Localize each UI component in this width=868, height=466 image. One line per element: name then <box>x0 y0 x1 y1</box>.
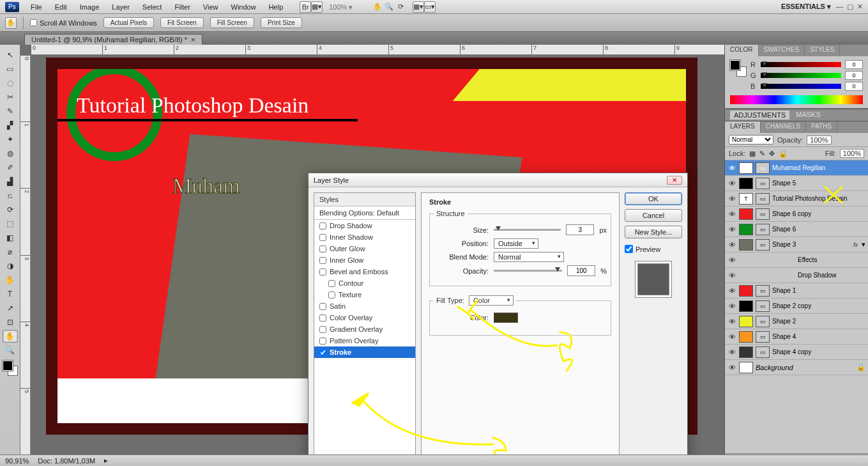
maximize-icon[interactable]: ▢ <box>847 3 853 11</box>
dialog-titlebar[interactable]: Layer Style ✕ <box>308 173 687 187</box>
tool-2[interactable]: ◌ <box>3 77 18 89</box>
style-option-bevel-and-emboss[interactable]: Bevel and Emboss <box>314 266 415 277</box>
status-zoom[interactable]: 90,91% <box>5 457 29 465</box>
tool-5[interactable]: ▞ <box>3 119 18 132</box>
actual-pixels-button[interactable]: Actual Pixels <box>103 17 154 28</box>
tool-19[interactable]: ⊡ <box>3 316 18 329</box>
menu-layer[interactable]: Layer <box>105 0 136 14</box>
arrange-icon[interactable]: ▦▾ <box>413 1 424 13</box>
close-icon[interactable]: ✕ <box>857 3 863 11</box>
tool-10[interactable]: ⎌ <box>3 189 18 202</box>
channels-tab[interactable]: CHANNELS <box>761 121 806 133</box>
style-option-texture[interactable]: Texture <box>314 289 415 300</box>
r-value[interactable]: 0 <box>845 60 863 69</box>
hand-icon[interactable]: ✋ <box>372 1 383 13</box>
menu-image[interactable]: Image <box>73 0 106 14</box>
zoom-icon[interactable]: 🔍 <box>383 1 395 13</box>
color-swatch[interactable] <box>494 313 518 323</box>
b-slider[interactable] <box>761 84 841 89</box>
tool-21[interactable]: 🔍 <box>3 344 18 357</box>
tool-17[interactable]: T <box>3 288 18 300</box>
menu-filter[interactable]: Filter <box>168 0 196 14</box>
lock-move-icon[interactable]: ✥ <box>769 150 775 158</box>
layer-row[interactable]: 👁▭Shape 2 copy <box>725 299 868 314</box>
status-docinfo[interactable]: Doc: 1,80M/1,03M <box>38 457 95 465</box>
menu-window[interactable]: Window <box>225 0 263 14</box>
r-slider[interactable] <box>761 62 841 67</box>
preview-checkbox[interactable]: Preview <box>625 245 682 253</box>
screen-icon[interactable]: ▭▾ <box>424 1 436 13</box>
tool-14[interactable]: ⌀ <box>3 245 18 258</box>
workspace-switcher[interactable]: ESSENTIALS ▾ <box>781 3 831 11</box>
scroll-all-checkbox[interactable]: Scroll All Windows <box>30 19 97 27</box>
tool-16[interactable]: ✋ <box>3 274 18 286</box>
lock-position-icon[interactable]: ✎ <box>759 150 765 158</box>
tool-9[interactable]: ▟ <box>3 175 18 188</box>
tool-6[interactable]: ✦ <box>3 133 18 146</box>
lock-pixels-icon[interactable]: ▦ <box>749 150 756 158</box>
layer-row[interactable]: 👁▭Shape 2 <box>725 314 868 329</box>
layer-row[interactable]: 👁▭Shape 3fx▾ <box>725 237 868 252</box>
layer-row[interactable]: 👁T▭Muhamad Regilian <box>725 160 868 176</box>
style-option-outer-glow[interactable]: Outer Glow <box>314 243 415 254</box>
layer-row[interactable]: 👁▭Shape 5 <box>725 176 868 191</box>
lock-all-icon[interactable]: 🔒 <box>779 150 788 158</box>
color-spectrum[interactable] <box>730 95 863 104</box>
dialog-close-button[interactable]: ✕ <box>667 176 682 185</box>
paths-tab[interactable]: PATHS <box>806 121 837 133</box>
menu-view[interactable]: View <box>197 0 225 14</box>
layer-opacity-value[interactable]: 100% <box>807 136 831 144</box>
opacity-slider[interactable] <box>494 270 562 272</box>
fill-value[interactable]: 100% <box>840 149 864 158</box>
minimize-icon[interactable]: — <box>836 3 843 11</box>
b-value[interactable]: 0 <box>845 82 863 91</box>
opacity-input[interactable] <box>567 265 595 276</box>
tool-18[interactable]: ↗ <box>3 302 18 315</box>
g-value[interactable]: 0 <box>845 71 863 80</box>
hand-tool-icon[interactable]: ✋ <box>5 17 17 29</box>
fit-screen-button[interactable]: Fit Screen <box>160 17 204 28</box>
layer-row[interactable]: 👁T▭Tutorial Photoshop Desain <box>725 191 868 206</box>
tool-4[interactable]: ✎ <box>3 105 18 118</box>
tool-13[interactable]: ◧ <box>3 231 18 244</box>
tool-12[interactable]: ⬚ <box>3 217 18 230</box>
style-option-inner-glow[interactable]: Inner Glow <box>314 254 415 266</box>
ok-button[interactable]: OK <box>625 192 682 205</box>
style-option-pattern-overlay[interactable]: Pattern Overlay <box>314 335 415 346</box>
screen-mode-icon[interactable]: ▦▾ <box>311 1 323 13</box>
style-option-color-overlay[interactable]: Color Overlay <box>314 312 415 323</box>
layer-row[interactable]: 👁▭Shape 4 copy <box>725 345 868 360</box>
tool-0[interactable]: ↖ <box>3 49 18 61</box>
cancel-button[interactable]: Cancel <box>625 209 682 222</box>
menu-edit[interactable]: Edit <box>49 0 73 14</box>
fill-screen-button[interactable]: Fill Screen <box>210 17 254 28</box>
position-select[interactable]: Outside <box>494 238 538 249</box>
style-option-drop-shadow[interactable]: Drop Shadow <box>314 220 415 231</box>
layer-row[interactable]: 👁▭Shape 6 copy <box>725 206 868 222</box>
layer-row[interactable]: 👁▭Shape 4 <box>725 329 868 345</box>
blending-options-row[interactable]: Blending Options: Default <box>314 206 415 220</box>
style-option-stroke[interactable]: Stroke <box>314 346 415 358</box>
document-tab[interactable]: Untitled-1 @ 90,9% (Muhamad Regilian, RG… <box>24 34 202 45</box>
filltype-select[interactable]: Color <box>469 295 514 306</box>
tool-3[interactable]: ✂ <box>3 91 18 104</box>
menu-select[interactable]: Select <box>136 0 169 14</box>
tab-close-icon[interactable]: × <box>191 36 195 43</box>
tool-8[interactable]: ✐ <box>3 161 18 174</box>
layer-row[interactable]: 👁▭Shape 6 <box>725 222 868 237</box>
rotate-icon[interactable]: ⟳ <box>395 1 406 13</box>
layer-row[interactable]: 👁Drop Shadow <box>725 268 868 283</box>
layers-tab[interactable]: LAYERS <box>725 121 761 133</box>
adjustments-tab[interactable]: ADJUSTMENTS <box>730 111 789 120</box>
zoom-combo[interactable]: 100% ▾ <box>323 0 359 14</box>
style-option-gradient-overlay[interactable]: Gradient Overlay <box>314 323 415 335</box>
layer-blend-select[interactable]: Normal <box>729 135 773 144</box>
layer-row[interactable]: 👁Background🔒 <box>725 360 868 375</box>
swatches-tab[interactable]: SWATCHES <box>759 45 805 56</box>
new-style-button[interactable]: New Style... <box>625 226 682 238</box>
tool-1[interactable]: ▭ <box>3 63 18 75</box>
styles-tab[interactable]: STYLES <box>805 45 840 56</box>
size-slider[interactable] <box>494 229 561 231</box>
tool-20[interactable]: ✋ <box>3 330 18 343</box>
bridge-icon[interactable]: Br <box>300 1 311 13</box>
